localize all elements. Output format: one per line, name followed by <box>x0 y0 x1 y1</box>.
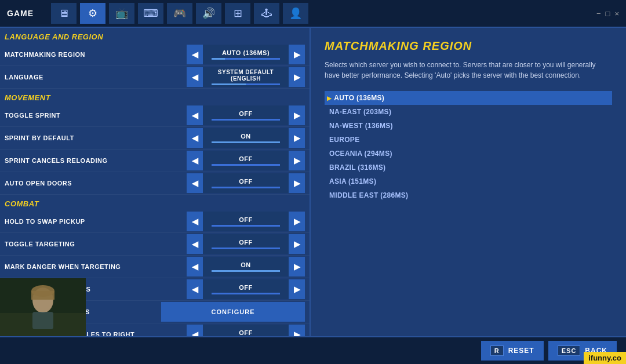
auto-sort-consumables-left[interactable]: ◀ <box>187 325 203 336</box>
section-language-region: LANGUAGE AND REGION <box>0 28 310 43</box>
auto-open-doors-label: AUTO OPEN DOORS <box>5 180 187 187</box>
webcam-placeholder <box>0 278 86 336</box>
toggle-sprint-label: TOGGLE SPRINT <box>5 112 187 119</box>
section-combat: COMBAT <box>0 195 310 210</box>
nav-gamepad[interactable]: 🕹 <box>254 3 279 24</box>
watermark: ifunny.co <box>584 352 626 364</box>
toggle-targeting-value-box: OFF <box>203 234 289 254</box>
nav-display[interactable]: 📺 <box>109 3 134 24</box>
mark-danger-left[interactable]: ◀ <box>187 257 203 276</box>
reset-label: RESET <box>508 347 534 355</box>
bottom-bar: R RESET ESC BACK <box>0 336 626 364</box>
region-item-na-east[interactable]: NA-EAST (203MS) <box>325 105 612 119</box>
back-key: ESC <box>558 345 581 356</box>
mark-danger-bar <box>212 270 280 272</box>
region-item-na-west[interactable]: NA-WEST (136MS) <box>325 119 612 133</box>
preferred-item-slots-control: CONFIGURE <box>161 302 305 322</box>
svg-rect-5 <box>31 291 54 300</box>
hold-to-swap-pickup-label: HOLD TO SWAP PICKUP <box>5 218 187 225</box>
setting-auto-open-doors: AUTO OPEN DOORS ◀ OFF ▶ <box>0 172 310 195</box>
toggle-targeting-label: TOGGLE TARGETING <box>5 241 187 247</box>
mark-danger-value: ON <box>241 261 251 268</box>
svg-rect-3 <box>32 312 53 329</box>
right-panel-description: Selects which server you wish to connect… <box>325 60 612 81</box>
language-label: LANGUAGE <box>5 74 187 81</box>
setting-toggle-sprint: TOGGLE SPRINT ◀ OFF ▶ <box>0 104 310 127</box>
toggle-targeting-left[interactable]: ◀ <box>187 234 203 254</box>
region-auto-label: AUTO (136MS) <box>334 94 384 102</box>
region-item-oceania[interactable]: OCEANIA (294MS) <box>325 147 612 161</box>
hold-to-swap-pickup-value: OFF <box>239 216 253 223</box>
language-right[interactable]: ▶ <box>289 67 305 87</box>
region-item-brazil[interactable]: BRAZIL (316MS) <box>325 161 612 174</box>
toggle-targeting-right[interactable]: ▶ <box>289 234 305 254</box>
hold-to-swap-pickup-right[interactable]: ▶ <box>289 212 305 231</box>
hold-to-swap-pickup-bar <box>212 225 280 227</box>
reset-key: R <box>490 345 504 356</box>
hold-to-swap-pickup-left[interactable]: ◀ <box>187 212 203 231</box>
right-panel-title: MATCHMAKING REGION <box>325 39 612 53</box>
auto-pick-up-weapons-left[interactable]: ◀ <box>187 279 203 299</box>
region-item-asia[interactable]: ASIA (151MS) <box>325 174 612 188</box>
auto-sort-consumables-value-box: OFF <box>203 325 289 336</box>
region-item-europe[interactable]: EUROPE <box>325 133 612 147</box>
matchmaking-region-value-box: AUTO (136MS) <box>203 45 289 64</box>
minimize-button[interactable]: − <box>596 9 601 18</box>
auto-sort-consumables-right[interactable]: ▶ <box>289 325 305 336</box>
nav-audio[interactable]: 🔊 <box>196 3 221 24</box>
toggle-targeting-bar <box>212 247 280 249</box>
toggle-sprint-right[interactable]: ▶ <box>289 105 305 125</box>
region-item-auto[interactable]: ▶ AUTO (136MS) <box>325 91 612 105</box>
toggle-sprint-control: ◀ OFF ▶ <box>187 105 305 125</box>
close-button[interactable]: × <box>614 9 619 18</box>
auto-open-doors-left[interactable]: ◀ <box>187 173 203 193</box>
nav-monitor[interactable]: 🖥 <box>51 3 77 24</box>
matchmaking-region-value: AUTO (136MS) <box>222 49 270 56</box>
region-list: ▶ AUTO (136MS) NA-EAST (203MS) NA-WEST (… <box>325 91 612 202</box>
setting-hold-to-swap-pickup: HOLD TO SWAP PICKUP ◀ OFF ▶ <box>0 210 310 233</box>
sprint-by-default-label: SPRINT BY DEFAULT <box>5 134 187 141</box>
nav-controller[interactable]: 🎮 <box>167 3 192 24</box>
auto-open-doors-control: ◀ OFF ▶ <box>187 173 305 193</box>
language-left[interactable]: ◀ <box>187 67 203 87</box>
language-value: SYSTEM DEFAULT (ENGLISH <box>203 69 289 82</box>
auto-pick-up-weapons-right[interactable]: ▶ <box>289 279 305 299</box>
nav-account[interactable]: 👤 <box>283 3 308 24</box>
language-bar <box>212 83 280 85</box>
mark-danger-label: MARK DANGER WHEN TARGETING <box>5 263 187 270</box>
region-item-middle-east[interactable]: MIDDLE EAST (286MS) <box>325 188 612 202</box>
auto-pick-up-weapons-control: ◀ OFF ▶ <box>187 279 305 299</box>
mark-danger-right[interactable]: ▶ <box>289 257 305 276</box>
sprint-cancels-reloading-left[interactable]: ◀ <box>187 151 203 170</box>
right-panel: MATCHMAKING REGION Selects which server … <box>311 28 626 336</box>
hold-to-swap-pickup-control: ◀ OFF ▶ <box>187 212 305 231</box>
nav-network[interactable]: ⊞ <box>225 3 250 24</box>
sprint-cancels-reloading-right[interactable]: ▶ <box>289 151 305 170</box>
configure-button[interactable]: CONFIGURE <box>161 302 305 322</box>
auto-open-doors-right[interactable]: ▶ <box>289 173 305 193</box>
sprint-by-default-left[interactable]: ◀ <box>187 128 203 148</box>
nav-gear[interactable]: ⚙ <box>80 3 105 24</box>
sprint-by-default-right[interactable]: ▶ <box>289 128 305 148</box>
webcam-overlay <box>0 278 86 336</box>
sprint-cancels-reloading-bar <box>212 164 280 166</box>
matchmaking-region-right[interactable]: ▶ <box>289 45 305 64</box>
sprint-by-default-value-box: ON <box>203 128 289 148</box>
toggle-targeting-value: OFF <box>239 239 253 246</box>
auto-open-doors-bar <box>212 187 280 188</box>
webcam-video <box>0 278 86 336</box>
auto-open-doors-value: OFF <box>239 178 253 185</box>
toggle-sprint-bar <box>212 119 280 121</box>
matchmaking-region-left[interactable]: ◀ <box>187 45 203 64</box>
setting-mark-danger: MARK DANGER WHEN TARGETING ◀ ON ▶ <box>0 256 310 278</box>
main-layout: LANGUAGE AND REGION MATCHMAKING REGION ◀… <box>0 28 626 336</box>
auto-sort-consumables-value: OFF <box>239 329 253 336</box>
language-value-box: SYSTEM DEFAULT (ENGLISH <box>203 67 289 87</box>
matchmaking-region-control: ◀ AUTO (136MS) ▶ <box>187 45 305 64</box>
maximize-button[interactable]: □ <box>606 9 610 18</box>
toggle-sprint-left[interactable]: ◀ <box>187 105 203 125</box>
sprint-by-default-bar <box>212 141 280 143</box>
app-title: GAME <box>7 9 34 18</box>
reset-button[interactable]: R RESET <box>481 341 544 361</box>
nav-keyboard[interactable]: ⌨ <box>138 3 163 24</box>
